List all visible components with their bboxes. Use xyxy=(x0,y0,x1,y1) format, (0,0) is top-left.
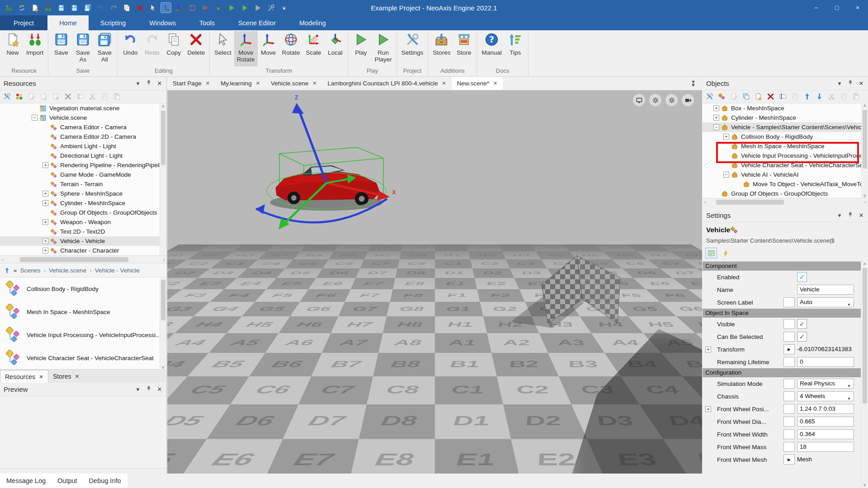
camera-button[interactable] xyxy=(682,94,694,106)
tree-expander[interactable]: − xyxy=(32,115,38,121)
tree-expander[interactable]: + xyxy=(42,238,48,244)
play-3-icon[interactable] xyxy=(253,3,263,13)
bottom-tab[interactable]: Message Log xyxy=(6,477,46,484)
property-default-box[interactable] xyxy=(783,455,795,465)
redo-icon[interactable] xyxy=(108,3,118,13)
add-doc-icon[interactable] xyxy=(52,93,60,101)
expand-property-button[interactable]: + xyxy=(705,406,711,412)
tree-row[interactable]: Group Of Objects - GroupOfObjects xyxy=(0,208,166,217)
property-value[interactable]: Mesh xyxy=(797,455,854,465)
select-icon[interactable] xyxy=(148,3,158,13)
panel-menu-icon[interactable]: ▾ xyxy=(836,80,843,87)
member-list-scrollbar[interactable]: ∨ xyxy=(160,278,166,370)
local-icon[interactable] xyxy=(213,3,223,13)
tree-row[interactable]: + Weapon - Weapon xyxy=(0,217,166,227)
property-value[interactable]: 0 xyxy=(797,357,854,367)
member-item[interactable]: Mesh In Space - MeshInSpace xyxy=(0,300,166,324)
ribbon-button[interactable]: Delete xyxy=(184,31,208,66)
maximize-button[interactable]: □ xyxy=(826,0,847,15)
sync-icon[interactable] xyxy=(17,3,27,13)
tree-row[interactable]: + Vehicle - Vehicle xyxy=(0,236,166,246)
scale-icon[interactable] xyxy=(200,3,210,13)
breadcrumb-segment[interactable]: Vehicle.scene xyxy=(49,267,86,274)
close-icon[interactable]: ✕ xyxy=(858,212,864,219)
settings-icon[interactable] xyxy=(706,93,714,101)
panel-menu-icon[interactable]: ▾ xyxy=(836,212,843,219)
settings-section-header[interactable]: Object In Space xyxy=(703,309,861,318)
close-icon[interactable]: ✕ xyxy=(858,80,864,87)
ribbon-button[interactable]: SaveAll xyxy=(94,31,115,66)
settings-scrollbar[interactable]: ∧∨ xyxy=(861,261,868,488)
clone-icon[interactable] xyxy=(791,93,799,101)
minimize-button[interactable]: − xyxy=(806,0,826,15)
tree-row[interactable]: + Cylinder - MeshInSpace xyxy=(703,113,868,122)
up-arrow-icon[interactable] xyxy=(4,267,10,274)
tree-row[interactable]: Camera Editor 2D - Camera xyxy=(0,132,166,141)
new-doc-icon[interactable] xyxy=(40,93,48,101)
move-icon[interactable] xyxy=(174,3,184,13)
document-tab[interactable]: Vehicle.scene✕ xyxy=(265,77,322,90)
save-icon[interactable] xyxy=(56,3,66,13)
tree-row[interactable]: Group Of Objects - GroupOfObjects xyxy=(703,189,868,198)
resources-hscrollbar[interactable]: ‹› xyxy=(0,255,166,263)
property-default-box[interactable] xyxy=(783,357,795,367)
close-button[interactable]: × xyxy=(847,0,868,15)
settings-section-header[interactable]: Configuration xyxy=(703,368,861,377)
property-value[interactable] xyxy=(797,319,854,329)
tree-expander[interactable]: − xyxy=(713,124,719,130)
tools-icon[interactable] xyxy=(266,3,276,13)
property-value[interactable]: 18 xyxy=(797,442,854,452)
ribbon-button[interactable]: SaveAs xyxy=(72,31,94,66)
close-icon[interactable]: ✕ xyxy=(442,80,446,86)
ribbon-button[interactable]: ? Manual xyxy=(479,31,504,66)
document-tab[interactable]: Start Page✕ xyxy=(167,77,215,90)
ribbon-button[interactable]: Play xyxy=(350,31,372,66)
member-item[interactable]: Vehicle Input Processing - VehicleInputP… xyxy=(0,324,166,347)
tree-expander[interactable]: + xyxy=(42,248,48,253)
objects-hscrollbar[interactable]: ‹› xyxy=(703,198,868,206)
tree-row[interactable]: Vehicle Character Seat - VehicleCharacte… xyxy=(703,160,868,170)
tree-row[interactable]: Mesh In Space - MeshInSpace xyxy=(703,141,868,151)
tree-row[interactable]: Terrain - Terrain xyxy=(0,179,166,189)
property-default-box[interactable] xyxy=(783,379,795,389)
tree-row[interactable]: + Box - MeshInSpace xyxy=(703,103,868,113)
tree-row[interactable]: Game Mode - GameMode xyxy=(0,170,166,179)
breadcrumb-segment[interactable]: Vehicle - Vehicle xyxy=(95,267,140,274)
bottom-tab[interactable]: Debug Info xyxy=(89,477,121,484)
tree-expander[interactable]: + xyxy=(42,200,48,206)
tree-row[interactable]: Camera Editor - Camera xyxy=(0,122,166,132)
property-default-box[interactable] xyxy=(783,442,795,452)
property-value[interactable]: 4 Wheels xyxy=(797,391,854,401)
tree-expander[interactable]: − xyxy=(723,172,729,178)
component-icon[interactable] xyxy=(718,93,726,101)
menu-tab[interactable]: Home xyxy=(47,15,89,30)
rename-icon[interactable] xyxy=(76,93,85,101)
breadcrumb-back[interactable]: « xyxy=(14,267,17,274)
property-default-box[interactable] xyxy=(783,319,795,329)
tree-expander[interactable]: + xyxy=(42,162,48,168)
edit-icon[interactable] xyxy=(730,93,738,101)
tree-expander[interactable]: + xyxy=(723,134,729,140)
pin-icon[interactable] xyxy=(146,80,152,87)
property-default-box[interactable] xyxy=(783,417,795,427)
tree-row[interactable]: Text 2D - Text2D xyxy=(0,227,166,236)
ribbon-button[interactable]: Select xyxy=(212,31,234,66)
menu-tab[interactable]: Scripting xyxy=(89,15,137,30)
breadcrumb-segment[interactable]: Scenes xyxy=(20,267,41,274)
ribbon-button[interactable]: Save xyxy=(50,31,72,66)
property-value[interactable]: -6.01070623141383 xyxy=(797,344,854,354)
document-tab[interactable]: Lamborghini Countach LPI 800-4.vehicle✕ xyxy=(322,77,452,90)
panel-tab[interactable]: Stores✕ xyxy=(48,370,84,383)
cut-icon[interactable] xyxy=(828,93,836,101)
edit-icon[interactable] xyxy=(28,93,36,101)
events-tab[interactable] xyxy=(720,248,731,258)
new-resource-icon[interactable] xyxy=(30,3,40,13)
ribbon-button[interactable]: Tips xyxy=(505,31,526,66)
ribbon-button[interactable]: Copy xyxy=(163,31,184,66)
property-default-box[interactable] xyxy=(783,272,795,282)
play-icon[interactable] xyxy=(226,3,236,13)
tree-row[interactable]: + Rendering Pipeline - RenderingPipeline xyxy=(0,160,166,170)
menu-tab[interactable]: Modeling xyxy=(288,15,338,30)
property-default-box[interactable] xyxy=(783,404,795,414)
cut-icon[interactable] xyxy=(89,93,97,101)
